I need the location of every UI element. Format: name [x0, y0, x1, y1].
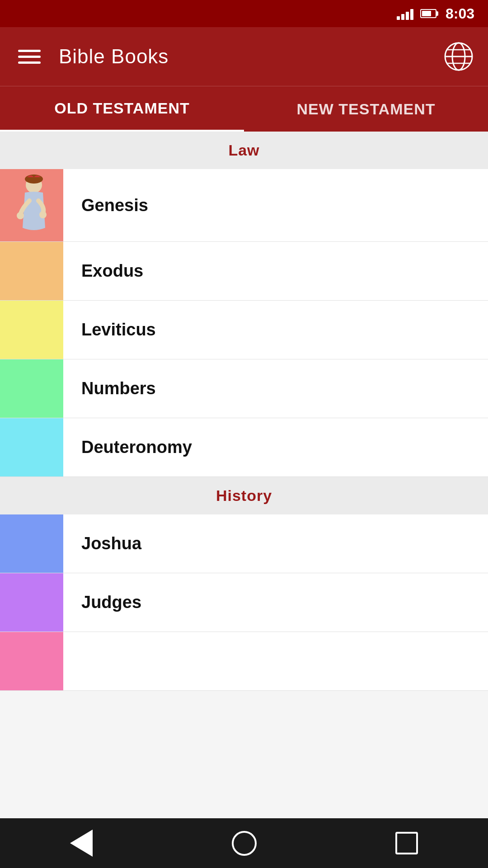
- book-item-leviticus[interactable]: Leviticus: [0, 301, 488, 359]
- tabs-bar: OLD TESTAMENT NEW TESTAMENT: [0, 86, 488, 132]
- genesis-image: [0, 169, 63, 241]
- globe-button[interactable]: [443, 41, 474, 72]
- book-item-exodus[interactable]: Exodus: [0, 242, 488, 301]
- book-name-exodus: Exodus: [63, 242, 488, 300]
- book-item-numbers[interactable]: Numbers: [0, 359, 488, 418]
- book-item-partial[interactable]: [0, 632, 488, 691]
- book-name-numbers: Numbers: [63, 359, 488, 418]
- book-name-genesis: Genesis: [63, 169, 488, 241]
- menu-button[interactable]: [14, 45, 45, 68]
- book-name-joshua: Joshua: [63, 514, 488, 573]
- exodus-swatch: [0, 242, 63, 300]
- leviticus-swatch: [0, 301, 63, 359]
- book-item-genesis[interactable]: Genesis: [0, 169, 488, 242]
- section-header-history-text: History: [216, 487, 272, 504]
- svg-point-8: [39, 211, 47, 218]
- partial-swatch: [0, 632, 63, 690]
- joshua-swatch: [0, 514, 63, 573]
- book-name-judges: Judges: [63, 573, 488, 632]
- book-name-deuteronomy: Deuteronomy: [63, 418, 488, 476]
- judges-swatch: [0, 573, 63, 632]
- tab-old-testament[interactable]: OLD TESTAMENT: [0, 86, 244, 132]
- status-time: 8:03: [446, 5, 474, 22]
- svg-point-6: [25, 175, 43, 184]
- section-header-law: Law: [0, 132, 488, 169]
- section-header-law-text: Law: [228, 142, 259, 159]
- book-item-joshua[interactable]: Joshua: [0, 514, 488, 573]
- tab-new-testament[interactable]: NEW TESTAMENT: [244, 86, 488, 132]
- section-header-history: History: [0, 477, 488, 514]
- toolbar: Bible Books: [0, 27, 488, 86]
- home-button[interactable]: [226, 825, 262, 861]
- book-name-partial: [63, 632, 488, 690]
- numbers-swatch: [0, 359, 63, 418]
- status-icons: [397, 7, 436, 20]
- battery-icon: [420, 9, 436, 18]
- recent-apps-button[interactable]: [389, 825, 425, 861]
- status-bar: 8:03: [0, 0, 488, 27]
- toolbar-title: Bible Books: [59, 45, 429, 68]
- back-button[interactable]: [63, 825, 99, 861]
- svg-point-7: [17, 212, 24, 219]
- deuteronomy-swatch: [0, 418, 63, 476]
- bottom-nav: [0, 818, 488, 868]
- signal-icon: [397, 7, 413, 20]
- genesis-swatch: [0, 169, 63, 241]
- content-area: Law Genesis: [0, 132, 488, 741]
- book-name-leviticus: Leviticus: [63, 301, 488, 359]
- book-item-judges[interactable]: Judges: [0, 573, 488, 632]
- book-item-deuteronomy[interactable]: Deuteronomy: [0, 418, 488, 477]
- globe-icon: [443, 41, 474, 72]
